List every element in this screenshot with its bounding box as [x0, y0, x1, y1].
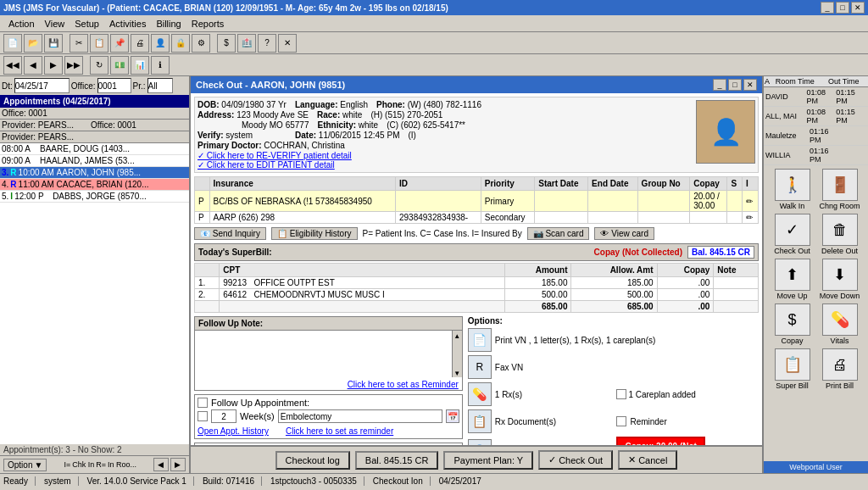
print-bill-button[interactable]: 🖨 Print Bill	[818, 348, 862, 390]
pr-input[interactable]	[147, 78, 173, 93]
room-row-3[interactable]: WILLIA 01:16 PM	[764, 146, 868, 165]
menu-activities[interactable]: Activities	[104, 17, 151, 31]
tb2-refresh[interactable]: ↻	[90, 56, 108, 75]
tb-cut[interactable]: ✂	[70, 34, 88, 53]
menu-reports[interactable]: Reports	[186, 17, 230, 31]
appt-row-0[interactable]: 08:00 A BAARE, DOUG (1403...	[0, 143, 189, 155]
cpt-row-0[interactable]: 1. 99213 OFFICE OUTPT EST 185.00 185.00 …	[195, 277, 759, 289]
tb2-prev[interactable]: ◀	[24, 56, 42, 75]
tb-user[interactable]: 👤	[151, 34, 170, 53]
tb2-back[interactable]: ◀◀	[3, 56, 22, 75]
super-bill-button[interactable]: 📋 Super Bill	[771, 348, 815, 390]
nav-prev-button[interactable]: ◀	[153, 458, 169, 471]
cancel-button[interactable]: ✕ Cancel	[618, 450, 677, 470]
checkout-close[interactable]: ✕	[743, 79, 757, 91]
careplan-option[interactable]: 1 Careplan added	[616, 382, 759, 406]
appt-row-3[interactable]: 4. R 11:00 AM CACACE, BRIAN (120...	[0, 179, 189, 191]
copay-display-area: Copay (Not Collected) Bal. 845.15 CR	[594, 246, 754, 259]
dt-label: Dt:	[2, 81, 13, 91]
nav-next-button[interactable]: ▶	[170, 458, 186, 471]
tb-settings[interactable]: ⚙	[192, 34, 210, 53]
calendar-icon[interactable]: 📅	[446, 409, 459, 423]
checkout-minimize[interactable]: _	[713, 79, 726, 91]
send-inquiry-button[interactable]: 📧 Send Inquiry	[194, 227, 266, 240]
rx-option[interactable]: 💊 1 Rx(s)	[468, 382, 610, 406]
tb-help[interactable]: ?	[258, 34, 276, 53]
menu-action[interactable]: Action	[3, 17, 40, 31]
reminder-checkbox[interactable]	[616, 416, 626, 426]
tb-lock[interactable]: 🔒	[171, 34, 190, 53]
payment-plan-button[interactable]: Payment Plan: Y	[443, 451, 533, 470]
dt-input[interactable]	[14, 78, 70, 93]
insurance-row-1[interactable]: P AARP (626) 298 29384932834938- Seconda…	[195, 212, 759, 224]
reminder-option[interactable]: Reminder	[616, 409, 759, 433]
weeks-checkbox[interactable]	[198, 411, 208, 421]
office-input[interactable]	[97, 78, 131, 93]
close-button[interactable]: ✕	[851, 2, 865, 14]
change-room-button[interactable]: 🚪 Chng Room	[818, 169, 862, 210]
walk-in-button[interactable]: 🚶 Walk In	[771, 169, 815, 210]
tb-copy[interactable]: 📋	[90, 34, 108, 53]
check-out-button[interactable]: ✓ Check Out	[538, 450, 613, 470]
tb2-cash[interactable]: 💵	[110, 56, 129, 75]
delete-out-button[interactable]: 🗑 Delete Out	[818, 214, 862, 255]
nav-i-label: I=	[64, 460, 70, 469]
checkout-log-button[interactable]: Checkout log	[275, 451, 350, 470]
vitals-button[interactable]: 💊 Vitals	[818, 303, 862, 345]
tb2-info[interactable]: ℹ	[151, 56, 170, 75]
fax-vn-option[interactable]: R Fax VN	[468, 355, 759, 379]
view-card-button[interactable]: 👁 View card	[594, 227, 654, 240]
tb2-forward[interactable]: ▶▶	[64, 56, 83, 75]
careplan-checkbox[interactable]	[616, 389, 626, 399]
room-row-2[interactable]: Mauletze 01:16 PM	[764, 126, 868, 146]
set-reminder-link[interactable]: Click here to set as Reminder	[348, 380, 459, 389]
rx-doc-option[interactable]: 📋 Rx Document(s)	[468, 409, 610, 433]
checkout-maximize[interactable]: □	[728, 79, 742, 91]
tb-insurance[interactable]: 🏥	[237, 34, 256, 53]
edit-patient-link[interactable]: ✓ Click here to EDIT PATIENT detail	[198, 160, 335, 170]
procedure-input[interactable]	[278, 409, 442, 423]
followup-appt-checkbox[interactable]	[198, 398, 208, 408]
followup-option[interactable]: 👤 Follow Up	[468, 437, 610, 445]
tb2-report[interactable]: 📊	[131, 56, 149, 75]
tb-dollar[interactable]: $	[217, 34, 236, 53]
open-appt-history-link[interactable]: Open Appt. History	[198, 426, 269, 436]
room-row-1[interactable]: ALL, MAI 01:08 PM 01:15 PM	[764, 107, 868, 126]
pi-ethnicity: Ethnicity: white	[318, 120, 379, 130]
appt-row-2[interactable]: 3. R 10:00 AM AARON, JOHN (985...	[0, 167, 189, 179]
set-as-reminder-link[interactable]: Click here to set as reminder	[286, 426, 393, 436]
move-up-button[interactable]: ⬆ Move Up	[771, 259, 815, 300]
tb-open[interactable]: 📂	[24, 34, 42, 53]
note-scrollbar[interactable]: ▲ ▼	[452, 331, 462, 377]
move-down-button[interactable]: ⬇ Move Down	[818, 259, 862, 300]
balance-button[interactable]: Bal. 845.15 CR	[355, 451, 439, 470]
tb-exit[interactable]: ✕	[278, 34, 297, 53]
checkout-icon-button[interactable]: ✓ Check Out	[771, 214, 815, 255]
tb-new[interactable]: 📄	[3, 34, 22, 53]
minimize-button[interactable]: _	[821, 2, 834, 14]
eligibility-history-button[interactable]: 📋 Eligibility History	[271, 227, 358, 240]
tb-save[interactable]: 💾	[44, 34, 63, 53]
tb-print[interactable]: 🖨	[131, 34, 149, 53]
print-vn-option[interactable]: 📄 Print VN , 1 letter(s), 1 Rx(s), 1 car…	[468, 328, 759, 352]
scan-card-button[interactable]: 📷 Scan card	[527, 227, 590, 240]
copay-icon-button[interactable]: $ Copay	[771, 303, 815, 345]
appt-row-1[interactable]: 09:00 A HAALAND, JAMES (53...	[0, 155, 189, 167]
cpt-row-1[interactable]: 2. 64612 CHEMOODNRVTJ MUSC MUSC I 500.00…	[195, 289, 759, 301]
reverify-link[interactable]: ✓ Click here to RE-VERIFY patient detail	[198, 151, 352, 160]
menu-view[interactable]: View	[40, 17, 70, 31]
appt-row-4[interactable]: 5. I 12:00 P DABBS, JORGE (8570...	[0, 191, 189, 203]
menu-billing[interactable]: Billing	[151, 17, 186, 31]
weeks-input[interactable]	[211, 409, 236, 423]
option-button[interactable]: Option ▼	[3, 459, 47, 471]
options-label: Options:	[468, 316, 503, 326]
copay-button[interactable]: Copay: 20.00 (NotCollected)	[616, 437, 704, 445]
cpt-code-1: 64612 CHEMOODNRVTJ MUSC MUSC I	[220, 289, 504, 301]
insurance-row-0[interactable]: P BC/BS OF NEBRASKA (!1 573845834950 Pri…	[195, 191, 759, 212]
menu-setup[interactable]: Setup	[70, 17, 104, 31]
follow-up-note-input[interactable]	[195, 331, 450, 377]
tb2-next[interactable]: ▶	[44, 56, 63, 75]
room-row-0[interactable]: DAVID 01:08 PM 01:15 PM	[764, 87, 868, 107]
maximize-button[interactable]: □	[836, 2, 849, 14]
tb-paste[interactable]: 📌	[110, 34, 129, 53]
